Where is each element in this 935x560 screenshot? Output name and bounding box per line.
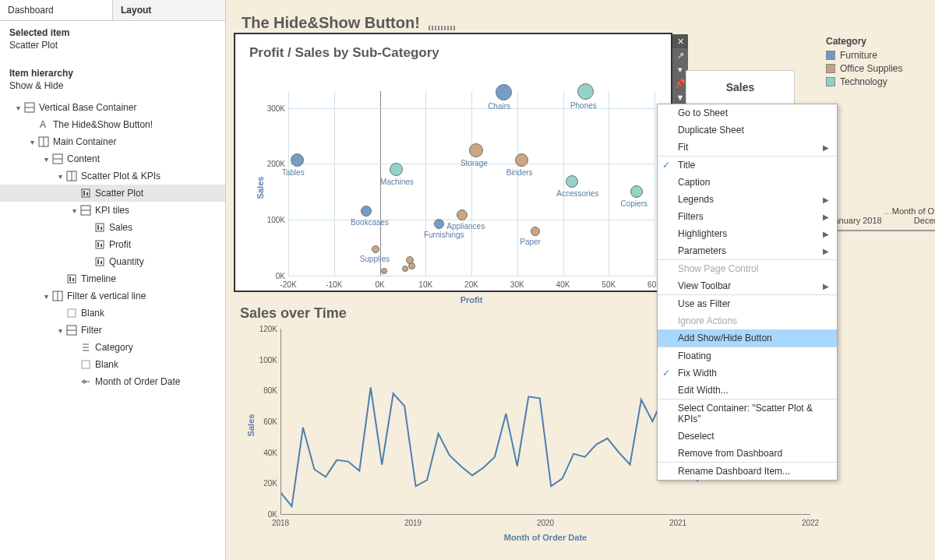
- scatter-point[interactable]: [381, 268, 387, 274]
- scatter-point[interactable]: [531, 227, 540, 236]
- svg-text:A: A: [40, 119, 46, 130]
- tree-row[interactable]: ▾Scatter Plot & KPIs: [0, 167, 225, 185]
- scatter-point[interactable]: [372, 245, 379, 253]
- tree-twisty-icon[interactable]: ▾: [55, 326, 65, 335]
- scatter-point[interactable]: [390, 163, 403, 176]
- scatter-point[interactable]: [515, 153, 528, 167]
- submenu-arrow-icon: ▶: [823, 282, 829, 291]
- context-menu-item[interactable]: ✓Fix Width: [658, 365, 837, 382]
- legend-item[interactable]: Technology: [826, 76, 903, 87]
- tree-row[interactable]: ▾Vertical Base Container: [0, 99, 225, 116]
- legend-item[interactable]: Office Supplies: [826, 63, 903, 74]
- scatter-chart: Profit Sales -20K-10K0K10K20K30K40K50K60…: [288, 91, 654, 276]
- svg-rect-15: [97, 225, 99, 230]
- legend-label: Office Supplies: [840, 63, 903, 74]
- context-menu-item[interactable]: Remove from Dashboard: [658, 445, 837, 463]
- category-legend: Category FurnitureOffice SuppliesTechnol…: [826, 36, 903, 90]
- selected-item-title: Selected item: [0, 21, 225, 40]
- context-menu-item: Ignore Actions: [658, 312, 837, 329]
- tree-twisty-icon[interactable]: ▾: [69, 206, 79, 215]
- tree-row[interactable]: ▾Filter & vertical line: [0, 287, 225, 305]
- tab-dashboard[interactable]: Dashboard: [0, 0, 113, 20]
- x-tick-label: 30K: [510, 280, 524, 289]
- scatter-point[interactable]: [566, 175, 578, 188]
- svg-rect-23: [68, 275, 76, 283]
- timeline-y-tick: 20K: [249, 479, 277, 488]
- tree-row[interactable]: ▾KPI tiles: [0, 202, 225, 219]
- tree-twisty-icon[interactable]: ▾: [26, 138, 37, 146]
- context-menu-item[interactable]: Rename Dashboard Item...: [658, 463, 837, 480]
- context-menu-item[interactable]: Deselect: [658, 428, 837, 445]
- context-menu-item[interactable]: Use as Filter: [658, 295, 837, 312]
- timeline-x-tick: 2022: [802, 519, 819, 527]
- context-menu-item[interactable]: Highlighters▶: [658, 225, 837, 242]
- scatter-point[interactable]: [361, 206, 372, 217]
- scatter-point[interactable]: [434, 219, 444, 229]
- tree-row[interactable]: AThe Hide&Show Button!: [0, 116, 225, 133]
- context-menu-item[interactable]: View Toolbar▶: [658, 277, 837, 295]
- context-menu-label: Add Show/Hide Button: [678, 333, 772, 343]
- tree-row[interactable]: Blank: [0, 356, 225, 373]
- context-menu-item[interactable]: Floating: [658, 347, 837, 365]
- container-grip[interactable]: [429, 26, 457, 30]
- tree-row[interactable]: Quantity: [0, 253, 225, 270]
- scatter-point[interactable]: [630, 185, 643, 198]
- tree-row[interactable]: Category: [0, 339, 225, 356]
- scatter-point[interactable]: [408, 262, 415, 269]
- context-menu-item[interactable]: ✓Title: [658, 157, 837, 174]
- x-tick-label: 0K: [375, 280, 384, 289]
- tree-label: KPI tiles: [95, 205, 129, 216]
- tree-row[interactable]: ▾Main Container: [0, 133, 225, 150]
- scatter-plot-tile[interactable]: Profit / Sales by Sub-Category Profit Sa…: [234, 33, 672, 292]
- tree-row[interactable]: Profit: [0, 236, 225, 253]
- tree-row[interactable]: ▾Filter: [0, 322, 225, 339]
- tree-row[interactable]: Timeline: [0, 270, 225, 287]
- context-menu-item[interactable]: Go to Sheet: [658, 104, 837, 122]
- context-menu-item[interactable]: Select Container: "Scatter Plot & KPIs": [658, 400, 837, 428]
- tile-close-icon[interactable]: ✕: [672, 34, 688, 48]
- context-menu-item[interactable]: Fit▶: [658, 139, 837, 157]
- context-menu-item[interactable]: Legends▶: [658, 191, 837, 208]
- scatter-point-label: Tables: [282, 168, 305, 177]
- tree-label: Scatter Plot: [95, 188, 143, 199]
- timeline-x-axis: [280, 514, 810, 515]
- x-tick-label: 20K: [464, 280, 478, 289]
- context-menu-item[interactable]: Parameters▶: [658, 242, 837, 260]
- timeline-title: Sales over Time: [240, 305, 347, 322]
- scatter-point[interactable]: [469, 143, 483, 157]
- context-menu-item[interactable]: Filters▶: [658, 208, 837, 225]
- tree-row[interactable]: Month of Order Date: [0, 373, 225, 390]
- context-menu-item[interactable]: Add Show/Hide Button: [658, 329, 837, 347]
- tree-row[interactable]: Scatter Plot: [0, 185, 225, 202]
- context-menu-item[interactable]: Edit Width...: [658, 382, 837, 400]
- y-tick-label: 300K: [260, 104, 285, 112]
- context-menu-label: Ignore Actions: [678, 315, 737, 326]
- timeline-x-tick: 2019: [404, 519, 422, 527]
- tree-row[interactable]: Blank: [0, 305, 225, 322]
- tab-layout[interactable]: Layout: [113, 0, 225, 20]
- timeline-y-tick: 0K: [249, 510, 277, 519]
- context-menu-item[interactable]: Duplicate Sheet: [658, 122, 837, 139]
- hierarchy-tree: ▾Vertical Base ContainerAThe Hide&Show B…: [0, 97, 225, 393]
- scatter-point[interactable]: [496, 84, 512, 100]
- order-date-slider-track[interactable]: [830, 230, 935, 231]
- tree-twisty-icon[interactable]: ▾: [41, 155, 51, 164]
- kpi-sales-card[interactable]: Sales: [686, 70, 795, 104]
- timeline-y-tick: 100K: [249, 355, 277, 364]
- tree-twisty-icon[interactable]: ▾: [12, 104, 23, 112]
- context-menu-label: View Toolbar: [678, 280, 731, 291]
- context-menu-item[interactable]: Caption: [658, 174, 837, 191]
- scatter-point[interactable]: [402, 266, 408, 272]
- context-menu-item: Show Page Control: [658, 260, 837, 277]
- scatter-point[interactable]: [577, 83, 594, 100]
- tree-row[interactable]: Sales: [0, 219, 225, 236]
- tree-row[interactable]: ▾Content: [0, 150, 225, 167]
- order-date-from: January 2018: [830, 216, 882, 225]
- tile-goto-icon[interactable]: ↗: [672, 48, 688, 62]
- legend-item[interactable]: Furniture: [826, 50, 903, 61]
- order-date-label: …Month of Order Date: [830, 206, 935, 216]
- tree-twisty-icon[interactable]: ▾: [55, 172, 65, 181]
- tree-twisty-icon[interactable]: ▾: [41, 292, 51, 301]
- order-date-filter[interactable]: …Month of Order Date January 2018 Decemb…: [830, 206, 935, 231]
- scatter-point[interactable]: [291, 153, 304, 167]
